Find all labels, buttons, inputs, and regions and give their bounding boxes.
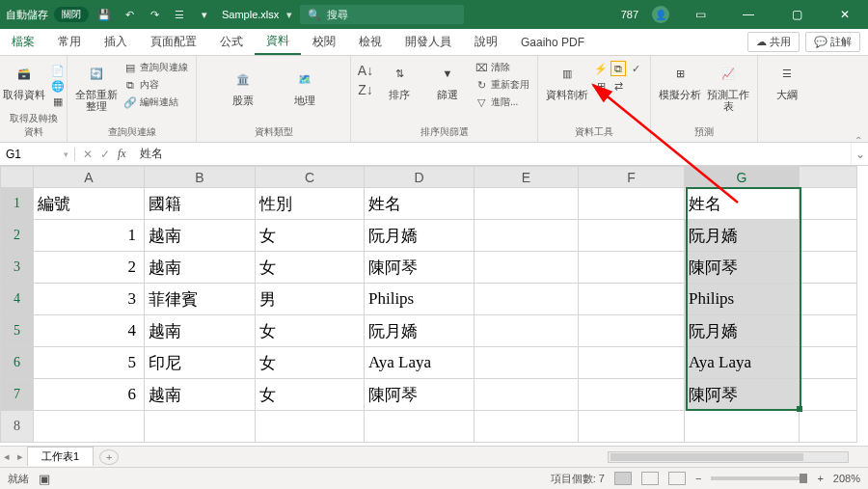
cancel-icon[interactable]: ✕ [83,148,93,161]
tab-help[interactable]: 說明 [463,29,509,55]
cell[interactable]: 女 [256,315,365,347]
cell[interactable] [34,411,145,443]
cell[interactable] [800,284,857,315]
row-header[interactable]: 1 [1,188,34,220]
cell[interactable]: 阮月嬌 [685,315,800,347]
zoom-in-icon[interactable]: + [817,473,823,484]
cell[interactable]: 1 [34,220,145,252]
cell[interactable]: 2 [34,252,145,284]
from-table-icon[interactable]: ▦ [51,95,65,108]
queries-conn-button[interactable]: ▤查詢與連線 [123,60,188,75]
formula-input[interactable]: 姓名 [134,146,163,162]
sheet-nav-next-icon[interactable]: ▸ [14,450,27,463]
cell[interactable]: 6 [34,379,145,411]
cell[interactable]: 陳阿琴 [685,379,800,411]
reapply-button[interactable]: ↻重新套用 [475,77,529,93]
sheet-tab[interactable]: 工作表1 [27,447,94,466]
page-layout-view-icon[interactable] [641,472,659,485]
touch-icon[interactable]: ☰ [170,9,189,21]
zoom-out-icon[interactable]: − [695,473,701,484]
col-header[interactable]: F [579,167,685,188]
fx-icon[interactable]: fx [118,147,126,161]
from-text-icon[interactable]: 📄 [51,64,65,77]
data-validation-icon[interactable]: ✓ [629,62,642,75]
add-sheet-icon[interactable]: + [99,449,119,465]
cell[interactable]: 姓名 [685,188,800,220]
name-box[interactable]: G1▾ [0,148,75,161]
cell[interactable]: 女 [256,220,365,252]
sort-desc-icon[interactable]: Z↓ [359,83,372,96]
tab-developer[interactable]: 開發人員 [393,29,463,55]
cell[interactable] [800,379,857,411]
cell[interactable] [475,347,579,379]
spreadsheet-grid[interactable]: A B C D E F G 1編號國籍性別姓名姓名21越南女阮月嬌阮月嬌32越南… [0,166,857,443]
undo-icon[interactable]: ↶ [120,9,139,21]
zoom-slider[interactable] [711,476,807,480]
cell[interactable] [579,347,685,379]
col-header[interactable] [800,167,857,188]
tab-file[interactable]: 檔案 [0,29,46,55]
expand-formula-icon[interactable]: ⌄ [851,143,868,165]
edit-links-button[interactable]: 🔗編輯連結 [123,95,188,110]
cell[interactable] [579,220,685,252]
file-dropdown-icon[interactable]: ▾ [286,9,292,21]
cell[interactable]: 陳阿琴 [365,379,475,411]
tab-gaaiho[interactable]: Gaaiho PDF [509,29,596,55]
outline-button[interactable]: ☰大綱 [766,60,808,100]
col-header[interactable]: C [256,167,365,188]
cell[interactable]: 國籍 [145,188,256,220]
clear-filter-button[interactable]: ⌧清除 [475,60,529,75]
sheet-nav-prev-icon[interactable]: ◂ [0,450,14,463]
col-header[interactable]: G [685,167,800,188]
select-all-corner[interactable] [1,167,34,188]
cell[interactable]: 陳阿琴 [685,252,800,284]
cell[interactable]: 越南 [145,315,256,347]
row-header[interactable]: 5 [1,315,34,347]
tab-view[interactable]: 檢視 [347,29,393,55]
cell[interactable] [685,411,800,443]
cell[interactable] [800,315,857,347]
cell[interactable] [579,315,685,347]
qat-dropdown-icon[interactable]: ▾ [195,9,214,21]
cell[interactable]: 越南 [145,379,256,411]
refresh-all-button[interactable]: 🔄 全部重新整理 [75,60,118,112]
cell[interactable]: 姓名 [365,188,475,220]
cell[interactable] [579,284,685,315]
cell[interactable] [475,379,579,411]
cell[interactable] [365,411,475,443]
get-data-button[interactable]: 🗃️ 取得資料 [3,60,45,100]
col-header[interactable]: B [145,167,256,188]
page-break-view-icon[interactable] [668,472,686,485]
consolidate-icon[interactable]: ⊞ [594,79,608,93]
row-header[interactable]: 4 [1,284,34,315]
cell[interactable]: 性別 [256,188,365,220]
cell[interactable] [800,220,857,252]
col-header[interactable]: A [34,167,145,188]
cell[interactable]: Philips [365,284,475,315]
advanced-filter-button[interactable]: ▽進階... [475,95,529,110]
zoom-level[interactable]: 208% [833,473,860,484]
stocks-button[interactable]: 🏛️股票 [222,66,264,106]
tab-formulas[interactable]: 公式 [208,29,255,55]
forecast-button[interactable]: 📈預測工作表 [707,60,749,112]
cell[interactable]: 印尼 [145,347,256,379]
cell[interactable]: 阮月嬌 [685,220,800,252]
cell[interactable]: Philips [685,284,800,315]
cell[interactable] [800,252,857,284]
normal-view-icon[interactable] [614,472,632,485]
whatif-button[interactable]: ⊞模擬分析 [659,60,701,100]
cell[interactable]: 女 [256,379,365,411]
cell[interactable] [475,220,579,252]
cell[interactable]: 菲律賓 [145,284,256,315]
confirm-icon[interactable]: ✓ [100,148,110,161]
flash-fill-icon[interactable]: ⚡ [594,62,608,75]
col-header[interactable]: D [365,167,475,188]
sort-asc-icon[interactable]: A↓ [359,64,372,77]
row-header[interactable]: 2 [1,220,34,252]
relationships-icon[interactable]: ⇄ [611,79,625,93]
tab-layout[interactable]: 頁面配置 [139,29,208,55]
save-icon[interactable]: 💾 [95,9,114,21]
cell[interactable] [800,411,857,443]
cell[interactable] [475,315,579,347]
cell[interactable]: 女 [256,252,365,284]
